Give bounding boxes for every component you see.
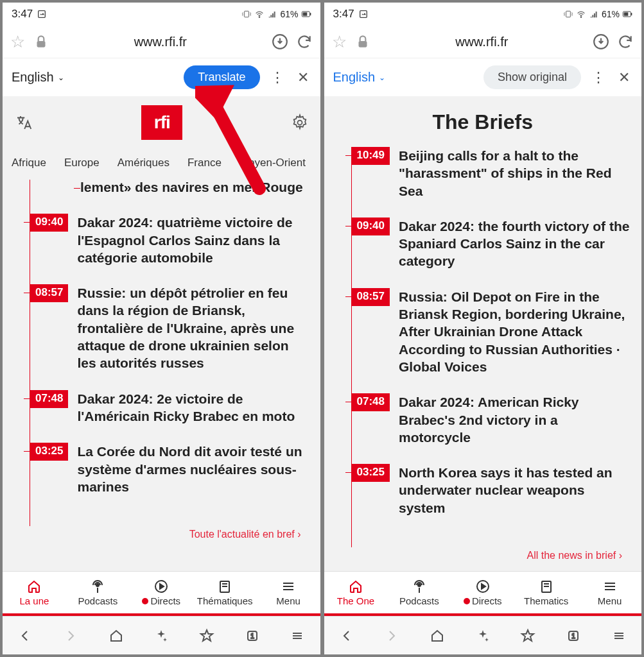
nav-podcasts[interactable]: Podcasts (66, 572, 130, 613)
forward-button[interactable] (384, 628, 399, 644)
svg-rect-0 (39, 11, 46, 18)
status-time: 3:47 (12, 8, 33, 21)
screenshot-icon (37, 9, 47, 19)
chevron-down-icon: ⌄ (379, 73, 385, 82)
tab-moyen-orient[interactable]: Moyen-Orient (231, 153, 315, 173)
download-icon[interactable] (593, 33, 609, 50)
browser-home-button[interactable] (109, 628, 124, 644)
nav-podcasts[interactable]: Podcasts (387, 572, 451, 613)
browser-menu-button[interactable] (290, 628, 305, 644)
chevron-down-icon: ⌄ (58, 73, 64, 82)
time-badge: 08:57 (352, 288, 390, 306)
nav-live[interactable]: Directs (130, 572, 193, 613)
tab-ameriques[interactable]: Amériques (109, 153, 178, 173)
tab-europe[interactable]: Europe (55, 153, 109, 173)
wifi-icon (254, 9, 265, 19)
home-icon (348, 579, 363, 594)
svg-rect-4 (310, 13, 311, 15)
headline: Russie: un dépôt pétrolier en feu dans l… (77, 284, 311, 371)
podcast-icon (412, 579, 427, 594)
lock-icon (354, 33, 371, 50)
news-content[interactable]: lement» des navires en mer Rouge 09:40 D… (3, 180, 320, 571)
news-item[interactable]: 07:48 Dakar 2024: American Ricky Brabec'… (352, 393, 633, 446)
phone-right: 3:47 61% ☆ www.rfi.fr English ⌄ Show ori… (324, 3, 642, 654)
headline: Dakar 2024: the fourth victory of the Sp… (399, 218, 632, 270)
lock-icon (33, 33, 49, 50)
news-item[interactable]: 03:25 La Corée du Nord dit avoir testé u… (30, 443, 311, 495)
nav-thematics[interactable]: Thematics (514, 572, 578, 613)
tab-france[interactable]: France (178, 153, 231, 173)
svg-point-2 (259, 17, 260, 17)
vibrate-icon (563, 9, 573, 19)
news-item[interactable]: 03:25 North Korea says it has tested an … (352, 464, 633, 516)
bookmark-star-icon[interactable]: ☆ (10, 32, 25, 52)
timeline: 10:49 Beijing calls for a halt to the "h… (351, 147, 633, 547)
language-select[interactable]: English ⌄ (12, 70, 64, 85)
wifi-icon (576, 9, 586, 19)
bookmarks-button[interactable] (520, 628, 535, 644)
news-item[interactable]: lement» des navires en mer Rouge (80, 180, 311, 196)
close-icon[interactable]: ✕ (616, 69, 632, 86)
translate-button[interactable]: Translate (184, 65, 259, 89)
tab-afrique[interactable]: Afrique (3, 153, 55, 173)
news-item[interactable]: 10:49 Beijing calls for a halt to the "h… (352, 147, 633, 200)
time-badge: 09:40 (352, 218, 390, 235)
news-icon (217, 579, 232, 594)
news-item[interactable]: 08:57 Russie: un dépôt pétrolier en feu … (30, 284, 311, 371)
news-item[interactable]: 09:40 Dakar 2024: the fourth victory of … (352, 218, 633, 270)
browser-home-button[interactable] (430, 628, 445, 644)
reload-icon[interactable] (296, 33, 313, 50)
news-item[interactable]: 09:40 Dakar 2024: quatrième victoire de … (30, 214, 311, 266)
gear-icon[interactable] (291, 114, 309, 132)
play-icon (153, 579, 169, 594)
nav-thematics[interactable]: Thématiques (193, 572, 257, 613)
bookmarks-button[interactable] (199, 628, 214, 644)
more-link[interactable]: All the news in brief › (333, 547, 633, 563)
headline: Russia: Oil Depot on Fire in the Briansk… (399, 288, 632, 375)
close-icon[interactable]: ✕ (295, 69, 311, 86)
headline: La Corée du Nord dit avoir testé un syst… (77, 443, 311, 495)
url-text[interactable]: www.rfi.fr (379, 35, 586, 49)
more-options-icon[interactable]: ⋮ (587, 69, 609, 86)
headline: Dakar 2024: American Ricky Brabec's 2nd … (399, 393, 632, 446)
nav-home[interactable]: The One (324, 572, 388, 613)
nav-menu[interactable]: Menu (257, 572, 320, 613)
back-button[interactable] (339, 628, 354, 644)
vibrate-icon (241, 9, 252, 19)
nav-live[interactable]: Directs (451, 572, 514, 613)
rfi-logo[interactable]: rfi (141, 105, 182, 140)
news-content[interactable]: The Briefs 10:49 Beijing calls for a hal… (324, 96, 642, 571)
tabs-button[interactable]: 1 (245, 628, 260, 644)
back-button[interactable] (17, 628, 33, 644)
svg-rect-5 (302, 12, 307, 15)
language-label: English (12, 70, 54, 85)
show-original-button[interactable]: Show original (483, 65, 581, 89)
more-options-icon[interactable]: ⋮ (266, 69, 288, 86)
url-bar: ☆ www.rfi.fr (324, 26, 642, 58)
svg-rect-15 (360, 11, 367, 18)
url-text[interactable]: www.rfi.fr (57, 35, 264, 49)
region-tabs[interactable]: Afrique Europe Amériques France Moyen-Or… (3, 149, 320, 180)
time-badge: 07:48 (352, 393, 390, 411)
ai-sparkle-button[interactable] (153, 628, 169, 644)
translate-page-icon[interactable] (14, 113, 33, 132)
tabs-button[interactable]: 1 (566, 628, 581, 644)
reload-icon[interactable] (617, 33, 634, 50)
ai-sparkle-button[interactable] (475, 628, 491, 644)
forward-button[interactable] (63, 628, 78, 644)
news-item[interactable]: 07:48 Dakar 2024: 2e victoire de l'Améri… (30, 390, 311, 425)
svg-point-23 (418, 584, 421, 586)
download-icon[interactable] (272, 33, 288, 50)
signal-icon (267, 9, 277, 19)
nav-menu[interactable]: Menu (578, 572, 641, 613)
browser-menu-button[interactable] (611, 628, 627, 644)
battery-icon (301, 9, 311, 19)
bookmark-star-icon[interactable]: ☆ (332, 32, 347, 52)
language-select[interactable]: English ⌄ (333, 70, 386, 85)
svg-point-8 (297, 121, 302, 125)
nav-home[interactable]: La une (3, 572, 66, 613)
battery-text: 61% (602, 9, 620, 19)
news-item[interactable]: 08:57 Russia: Oil Depot on Fire in the B… (352, 288, 633, 375)
more-link[interactable]: Toute l'actualité en bref › (12, 526, 311, 542)
headline: Beijing calls for a halt to the "harassm… (399, 147, 632, 200)
